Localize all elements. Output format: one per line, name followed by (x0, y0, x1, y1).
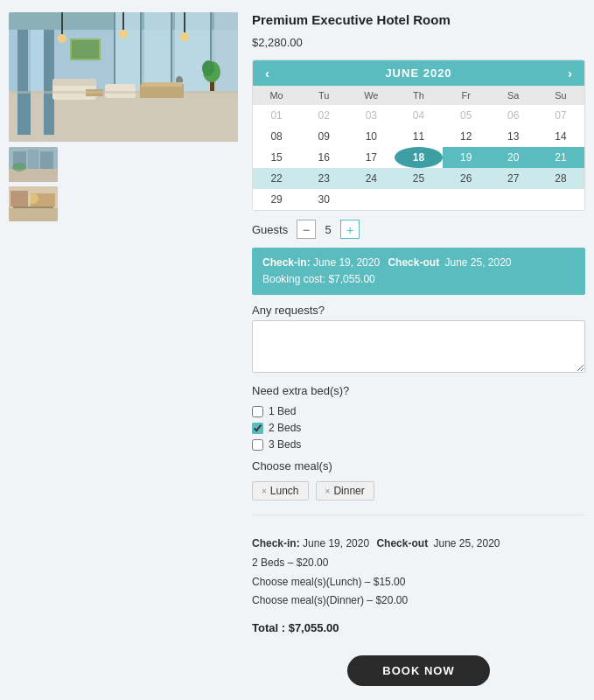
cal-day[interactable]: 09 (300, 126, 347, 147)
cal-day-empty (537, 189, 584, 210)
calendar-month: JUNE 2020 (385, 66, 451, 80)
svg-rect-38 (40, 151, 53, 169)
svg-rect-42 (10, 191, 28, 206)
extra-beds-label: Need extra bed(s)? (252, 384, 585, 397)
bed-2-label[interactable]: 2 Beds (269, 422, 301, 434)
cal-day[interactable]: 04 (395, 105, 442, 126)
guests-minus-button[interactable]: − (297, 220, 316, 239)
booking-summary-box: Check-in: June 19, 2020 Check-out June 2… (252, 248, 585, 295)
cal-day[interactable]: 07 (537, 105, 584, 126)
cal-day[interactable]: 02 (300, 105, 347, 126)
breakdown-checkout-date: June 25, 2020 (433, 537, 500, 550)
weekday-tu: Tu (300, 86, 347, 105)
cal-day[interactable]: 06 (490, 105, 537, 126)
breakdown-checkin-label: Check-in: (252, 537, 300, 550)
meal-lunch-remove-icon[interactable]: × (262, 486, 267, 496)
calendar-week-3: 15 16 17 18 19 20 21 (253, 147, 584, 168)
cal-day[interactable]: 26 (443, 168, 490, 189)
svg-point-15 (58, 34, 66, 43)
svg-rect-33 (142, 82, 182, 87)
requests-section: Any requests? (252, 304, 585, 375)
section-divider (252, 514, 585, 515)
svg-rect-31 (72, 40, 99, 59)
cal-day[interactable]: 27 (490, 168, 537, 189)
guests-section: Guests − 5 + (252, 220, 585, 239)
svg-point-39 (12, 163, 26, 172)
guests-plus-button[interactable]: + (340, 220, 360, 239)
booking-cost-label: Booking cost: (262, 273, 325, 285)
hotel-lobby-svg (9, 12, 238, 142)
main-hotel-image (9, 12, 238, 142)
svg-point-19 (180, 32, 189, 41)
bed-1-checkbox[interactable] (252, 406, 263, 417)
weekday-mo: Mo (253, 86, 300, 105)
cal-day[interactable]: 11 (395, 126, 442, 147)
bed-option-3: 3 Beds (252, 438, 585, 451)
checkout-date: June 25, 2020 (444, 256, 511, 269)
cal-day-range[interactable]: 22 (253, 168, 300, 189)
cal-day[interactable]: 28 (537, 168, 584, 189)
checkin-date: June 19, 2020 (313, 256, 380, 269)
cal-day-range[interactable]: 23 (300, 168, 347, 189)
calendar-next-button[interactable]: › (564, 66, 576, 80)
calendar-week-4: 22 23 24 25 26 27 28 (253, 168, 584, 189)
cal-day[interactable]: 30 (300, 189, 347, 210)
svg-point-45 (28, 193, 38, 204)
booking-column: Premium Executive Hotel Room $2,280.00 ‹… (252, 12, 585, 695)
guests-label: Guests (252, 223, 288, 236)
weekday-su: Su (537, 86, 584, 105)
cal-day[interactable]: 16 (300, 147, 347, 168)
meal-tag-lunch[interactable]: × Lunch (252, 481, 309, 500)
book-now-button[interactable]: BOOK NOW (347, 655, 489, 686)
cal-day[interactable]: 01 (253, 105, 300, 126)
thumbnail-1[interactable] (9, 147, 58, 182)
svg-rect-1 (9, 91, 238, 142)
breakdown-checkout-label: Check-out (376, 537, 428, 550)
cal-day-range[interactable]: 25 (395, 168, 442, 189)
weekday-we: We (347, 86, 395, 105)
cal-day[interactable]: 12 (443, 126, 490, 147)
svg-rect-29 (9, 91, 238, 94)
guests-value: 5 (321, 223, 335, 236)
cal-day[interactable]: 03 (347, 105, 395, 126)
cost-breakdown-section: Check-in: June 19, 2020 Check-out June 2… (252, 529, 585, 638)
meal-tag-dinner[interactable]: × Dinner (316, 481, 374, 500)
total-label: Total : (252, 621, 285, 634)
bed-2-checkbox[interactable] (252, 423, 263, 434)
cal-day-today[interactable]: 18 (395, 147, 442, 168)
cal-day[interactable]: 29 (253, 189, 300, 210)
cal-day[interactable]: 05 (443, 105, 490, 126)
checkout-label: Check-out (388, 256, 439, 269)
cal-day-selected-start[interactable]: 19 (443, 147, 490, 168)
cal-day[interactable]: 15 (253, 147, 300, 168)
thumbnail-2[interactable] (9, 186, 58, 221)
extra-beds-section: Need extra bed(s)? 1 Bed 2 Beds 3 Beds (252, 384, 585, 451)
booking-cost-value: $7,055.00 (328, 273, 374, 285)
bed-1-label[interactable]: 1 Bed (269, 405, 296, 417)
calendar-week-2: 08 09 10 11 12 13 14 (253, 126, 584, 147)
cal-day-range[interactable]: 21 (537, 147, 584, 168)
meal-dinner-remove-icon[interactable]: × (325, 486, 331, 496)
cal-day-empty (490, 189, 537, 210)
calendar-week-1: 01 02 03 04 05 06 07 (253, 105, 584, 126)
svg-rect-10 (114, 12, 115, 91)
bed-3-label[interactable]: 3 Beds (269, 438, 301, 451)
requests-textarea[interactable] (252, 320, 585, 373)
svg-point-28 (202, 60, 214, 76)
cal-day[interactable]: 13 (490, 126, 537, 147)
cal-day-empty (395, 189, 442, 210)
svg-rect-7 (144, 12, 171, 91)
bed-3-checkbox[interactable] (252, 439, 263, 451)
cal-day[interactable]: 10 (347, 126, 395, 147)
svg-rect-44 (13, 206, 53, 208)
svg-rect-37 (28, 150, 38, 169)
meal-dinner-label: Dinner (333, 485, 364, 497)
cal-day-range[interactable]: 24 (347, 168, 395, 189)
calendar-week-5: 29 30 (253, 189, 584, 210)
cal-day[interactable]: 08 (253, 126, 300, 147)
hotel-title: Premium Executive Hotel Room (252, 12, 585, 27)
cal-day[interactable]: 17 (347, 147, 395, 168)
calendar-prev-button[interactable]: ‹ (262, 66, 273, 80)
cal-day[interactable]: 14 (537, 126, 584, 147)
cal-day-range[interactable]: 20 (490, 147, 537, 168)
